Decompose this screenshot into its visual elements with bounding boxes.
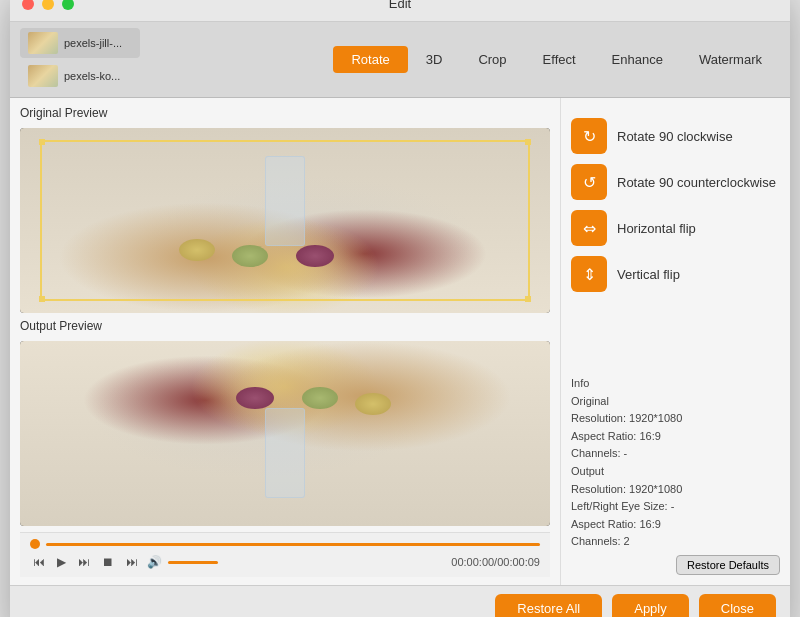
glass-decoration-2 xyxy=(265,408,305,498)
file-item-1[interactable]: pexels-jill-... xyxy=(20,28,140,58)
horizontal-flip-item[interactable]: ⇔ Horizontal flip xyxy=(571,210,780,246)
tab-watermark[interactable]: Watermark xyxy=(681,46,780,73)
window-title: Edit xyxy=(389,0,411,11)
volume-icon: 🔊 xyxy=(147,555,162,569)
left-panel: Original Preview Output Preview xyxy=(10,98,560,585)
output-aspect: Aspect Ratio: 16:9 xyxy=(571,516,780,534)
vertical-flip-icon[interactable]: ⇕ xyxy=(571,256,607,292)
skip-end-button[interactable]: ⏭ xyxy=(123,553,141,571)
rotate-ccw-item[interactable]: ↺ Rotate 90 counterclockwise xyxy=(571,164,780,200)
skip-forward-button[interactable]: ⏭ xyxy=(75,553,93,571)
progress-track[interactable] xyxy=(46,543,540,546)
tab-group: Rotate 3D Crop Effect Enhance Watermark xyxy=(333,46,780,73)
macaron-purple-2 xyxy=(236,387,274,409)
progress-row xyxy=(30,539,540,549)
vertical-flip-label: Vertical flip xyxy=(617,267,680,282)
horizontal-flip-icon[interactable]: ⇔ xyxy=(571,210,607,246)
output-preview-label: Output Preview xyxy=(20,319,550,333)
original-channels: Channels: - xyxy=(571,445,780,463)
tab-crop[interactable]: Crop xyxy=(460,46,524,73)
rotate-cw-label: Rotate 90 clockwise xyxy=(617,129,733,144)
maximize-window-button[interactable] xyxy=(62,0,74,10)
file-list: pexels-jill-... pexels-ko... xyxy=(20,28,150,91)
rotate-cw-item[interactable]: ↻ Rotate 90 clockwise xyxy=(571,118,780,154)
apply-button[interactable]: Apply xyxy=(612,594,689,617)
close-button[interactable]: Close xyxy=(699,594,776,617)
macaron-yellow-2 xyxy=(355,393,391,415)
file-name-2: pexels-ko... xyxy=(64,70,120,82)
main-window: Edit pexels-jill-... pexels-ko... Rotate… xyxy=(10,0,790,617)
output-resolution: Resolution: 1920*1080 xyxy=(571,481,780,499)
titlebar: Edit xyxy=(10,0,790,22)
file-name-1: pexels-jill-... xyxy=(64,37,122,49)
file-thumb-img-2 xyxy=(28,65,58,87)
file-thumb-2 xyxy=(28,65,58,87)
time-display: 00:00:00/00:00:09 xyxy=(451,556,540,568)
toolbar: pexels-jill-... pexels-ko... Rotate 3D C… xyxy=(10,22,790,98)
volume-bar[interactable] xyxy=(168,561,218,564)
rotate-ccw-icon[interactable]: ↺ xyxy=(571,164,607,200)
minimize-window-button[interactable] xyxy=(42,0,54,10)
macaron-yellow xyxy=(179,239,215,261)
rotate-actions: ↻ Rotate 90 clockwise ↺ Rotate 90 counte… xyxy=(571,118,780,292)
tab-enhance[interactable]: Enhance xyxy=(594,46,681,73)
tab-3d[interactable]: 3D xyxy=(408,46,461,73)
traffic-lights xyxy=(22,0,74,10)
file-thumb-1 xyxy=(28,32,58,54)
skip-start-button[interactable]: ⏮ xyxy=(30,553,48,571)
output-image xyxy=(20,341,550,526)
macaron-green xyxy=(232,245,268,267)
restore-defaults-button[interactable]: Restore Defaults xyxy=(676,555,780,575)
close-window-button[interactable] xyxy=(22,0,34,10)
right-panel: ↻ Rotate 90 clockwise ↺ Rotate 90 counte… xyxy=(560,98,790,585)
controls-row: ⏮ ▶ ⏭ ⏹ ⏭ 🔊 00:00:00/00:00:09 xyxy=(30,553,540,571)
glass-decoration xyxy=(265,156,305,246)
original-preview-box xyxy=(20,128,550,313)
info-title: Info xyxy=(571,375,780,393)
info-section: Info Original Resolution: 1920*1080 Aspe… xyxy=(571,375,780,551)
rotate-cw-icon[interactable]: ↻ xyxy=(571,118,607,154)
output-info-title: Output xyxy=(571,463,780,481)
output-eye-size: Left/Right Eye Size: - xyxy=(571,498,780,516)
output-preview-box xyxy=(20,341,550,526)
play-button[interactable]: ▶ xyxy=(54,553,69,571)
file-thumb-img-1 xyxy=(28,32,58,54)
bottom-bar: Restore All Apply Close xyxy=(10,585,790,617)
file-item-2[interactable]: pexels-ko... xyxy=(20,61,140,91)
output-channels: Channels: 2 xyxy=(571,533,780,551)
original-info-title: Original xyxy=(571,393,780,411)
original-image xyxy=(20,128,550,313)
stop-button[interactable]: ⏹ xyxy=(99,553,117,571)
original-resolution: Resolution: 1920*1080 xyxy=(571,410,780,428)
original-preview-label: Original Preview xyxy=(20,106,550,120)
horizontal-flip-label: Horizontal flip xyxy=(617,221,696,236)
playback-bar: ⏮ ▶ ⏭ ⏹ ⏭ 🔊 00:00:00/00:00:09 xyxy=(20,532,550,577)
progress-dot[interactable] xyxy=(30,539,40,549)
rotate-ccw-label: Rotate 90 counterclockwise xyxy=(617,175,776,190)
main-content: Original Preview Output Preview xyxy=(10,98,790,585)
tab-rotate[interactable]: Rotate xyxy=(333,46,407,73)
original-aspect: Aspect Ratio: 16:9 xyxy=(571,428,780,446)
macaron-green-2 xyxy=(302,387,338,409)
macaron-purple xyxy=(296,245,334,267)
vertical-flip-item[interactable]: ⇕ Vertical flip xyxy=(571,256,780,292)
restore-all-button[interactable]: Restore All xyxy=(495,594,602,617)
tab-effect[interactable]: Effect xyxy=(525,46,594,73)
